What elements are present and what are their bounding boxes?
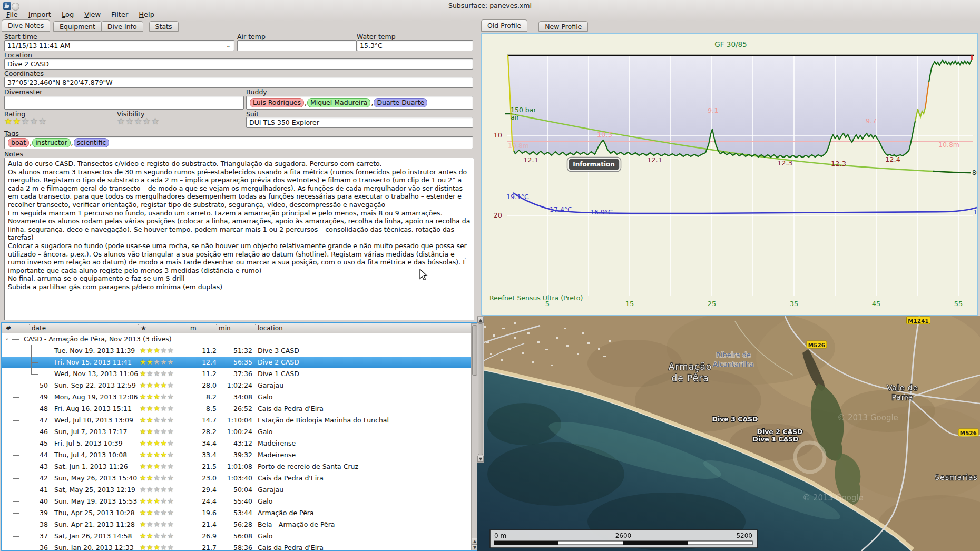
star-empty-icon: ★ (167, 416, 174, 424)
water-temp-input[interactable]: 15.3°C (357, 40, 473, 51)
dive-row[interactable]: 50Sun, Sep 22, 2013 12:59★★★★★28.01:02:2… (2, 380, 478, 391)
star-empty-icon: ★ (160, 462, 167, 470)
star-empty-icon: ★ (22, 116, 30, 126)
star-filled-icon: ★ (146, 532, 153, 540)
satellite-map[interactable]: © 2013 Google© 2013 Google Armaçãode Pêr… (477, 316, 980, 551)
star-empty-icon: ★ (167, 392, 174, 401)
dive-row[interactable]: 45Fri, Jul 5, 2013 10:39★★★★★34.443:12Ma… (2, 438, 478, 449)
dive-row[interactable]: 39Thu, Apr 25, 2013 10:28★★★★★19.653:44A… (2, 507, 478, 519)
suit-input[interactable]: DUI TLS 350 Explorer (246, 117, 473, 128)
rating-stars[interactable]: ★★★★★ (4, 116, 47, 126)
column-header-min[interactable]: min (219, 324, 231, 332)
chart-annotation: 19.1°C (506, 193, 529, 201)
star-filled-icon: ★ (140, 520, 146, 528)
start-time-combo[interactable]: 11/15/13 11:41 AM⌄ (4, 40, 234, 51)
mouse-cursor (419, 269, 429, 281)
tag-pill[interactable]: Duarte Duarte (374, 98, 427, 107)
tag-pill[interactable]: boat (8, 138, 29, 147)
scroll-down-button[interactable]: ▼ (477, 456, 484, 462)
information-tooltip[interactable]: Information (567, 158, 621, 172)
dive-row[interactable]: 36Sun, Jan 20, 2013 12:33★★★★★21.758:36C… (2, 542, 478, 551)
column-header-location[interactable]: location (258, 324, 283, 332)
dive-profile-panel[interactable]: 102051525354555GF 30/85150 barair8010.8m… (481, 33, 978, 316)
dive-site-label[interactable]: Dive 3 CASD (712, 415, 758, 423)
dive-profile-chart[interactable]: 102051525354555GF 30/85150 barair8010.8m… (482, 34, 977, 315)
air-temp-input[interactable] (237, 40, 357, 51)
dive-list[interactable]: #date★mminlocation ⌄CASD - Armação de Pê… (1, 322, 479, 551)
star-filled-icon: ★ (140, 358, 146, 366)
star-empty-icon: ★ (153, 520, 160, 528)
window-title: Subsurface: paneves.xml (0, 2, 980, 9)
dive-row[interactable]: Fri, Nov 15, 2013 11:41★★★★★12.456:35Div… (2, 357, 478, 368)
dive-row[interactable]: Tue, Nov 19, 2013 11:39★★★★★11.251:32Div… (2, 345, 478, 357)
star-empty-icon: ★ (167, 404, 174, 412)
star-filled-icon: ★ (146, 497, 153, 505)
chart-annotation: 10.8m (508, 142, 529, 150)
column-header-num[interactable]: # (6, 324, 11, 332)
divemaster-input[interactable] (4, 96, 244, 110)
column-header-date[interactable]: date (32, 324, 46, 332)
chart-annotation: Reefnet Sensus Ultra (Preto) (489, 294, 583, 302)
menu-file[interactable]: File (3, 9, 21, 19)
tag-pill[interactable]: scientific (74, 138, 110, 147)
expander-icon[interactable]: ⌄ (5, 335, 9, 341)
tab-equipment[interactable]: Equipment (53, 21, 102, 32)
notes-textarea[interactable]: Aula do curso CASD. Transectos c/video e… (4, 158, 474, 321)
dive-row[interactable]: 40Sun, May 19, 2013 15:53★★★★★24.455:40G… (2, 496, 478, 507)
coordinates-input[interactable]: 37°05'23.460"N 8°20'47.879"W (4, 77, 473, 88)
tab-new-profile[interactable]: New Profile (538, 21, 588, 32)
chart-annotation: 10.5 (597, 131, 612, 139)
buddy-input[interactable]: Luís Rodrigues, Miguel Madureira, Duarte… (246, 96, 473, 110)
dive-row[interactable]: 42Sun, May 26, 2013 15:40★★★★★23.01:03:4… (2, 473, 478, 484)
tab-dive-info[interactable]: Dive Info (101, 21, 143, 32)
visibility-stars[interactable]: ★★★★★ (117, 116, 160, 126)
tab-stats[interactable]: Stats (149, 21, 179, 32)
star-empty-icon: ★ (167, 508, 174, 517)
star-filled-icon: ★ (153, 439, 160, 447)
location-input[interactable]: Dive 2 CASD (4, 58, 473, 70)
star-filled-icon: ★ (140, 427, 146, 436)
dive-list-header[interactable]: #date★mminlocation (2, 323, 478, 333)
dive-row[interactable]: 44Thu, Jul 4, 2013 10:08★★★★★33.439:32Ma… (2, 449, 478, 461)
tab-old-profile[interactable]: Old Profile (481, 19, 527, 32)
dive-row[interactable]: Wed, Nov 13, 2013 11:06★★★★★11.237:36Div… (2, 368, 478, 380)
tab-dive-notes[interactable]: Dive Notes (2, 19, 50, 32)
star-filled-icon: ★ (146, 346, 153, 355)
scrollbar-thumb[interactable] (478, 323, 483, 455)
dive-trip-row[interactable]: ⌄CASD - Armação de Pêra, Nov 2013 (3 div… (2, 333, 478, 345)
dive-site-label[interactable]: Dive 1 CASD (753, 435, 799, 443)
star-filled-icon: ★ (140, 474, 146, 482)
scroll-up-button[interactable]: ▲ (477, 317, 484, 323)
tag-pill[interactable]: Miguel Madureira (307, 98, 370, 107)
star-filled-icon: ★ (13, 116, 21, 126)
star-empty-icon: ★ (146, 485, 153, 494)
star-filled-icon: ★ (140, 381, 146, 389)
star-empty-icon: ★ (146, 520, 153, 528)
column-header-m[interactable]: m (190, 324, 197, 332)
star-empty-icon: ★ (160, 520, 167, 528)
map-panel[interactable]: © 2013 Google© 2013 Google Armaçãode Pêr… (477, 316, 980, 551)
column-header-stars[interactable]: ★ (141, 324, 146, 332)
dive-row[interactable]: 46Sun, Jul 7, 2013 17:17★★★★★28.21:00:24… (2, 426, 478, 438)
dive-row[interactable]: 43Sat, Jun 1, 2013 11:26★★★★★21.51:01:08… (2, 461, 478, 473)
dive-row[interactable]: 49Mon, Aug 19, 2013 12:06★★★★★8.234:08Ga… (2, 391, 478, 403)
tags-input[interactable]: boat, instructor, scientific (4, 136, 473, 149)
tag-pill[interactable]: instructor (32, 138, 70, 147)
menu-log[interactable]: Log (58, 9, 77, 19)
svg-text:5200: 5200 (736, 532, 752, 539)
dive-row[interactable]: 37Sat, Jan 26, 2013 14:58★★★★★26.956:08G… (2, 530, 478, 542)
svg-text:Information: Information (573, 161, 615, 168)
tag-pill[interactable]: Luís Rodrigues (250, 98, 304, 107)
menu-view[interactable]: View (81, 9, 104, 19)
dive-row[interactable]: 38Sun, Apr 21, 2013 11:28★★★★★21.456:28B… (2, 519, 478, 530)
dive-row[interactable]: 48Fri, Aug 16, 2013 15:11★★★★★8.526:52Ca… (2, 403, 478, 415)
dive-row[interactable]: 41Sat, May 25, 2013 12:19★★★★★29.450:04G… (2, 484, 478, 496)
star-filled-icon: ★ (146, 416, 153, 424)
dive-row[interactable]: 47Wed, Jul 10, 2013 13:09★★★★★14.71:10:0… (2, 415, 478, 426)
menu-import[interactable]: Import (25, 9, 54, 19)
menu-filter[interactable]: Filter (108, 9, 131, 19)
dive-site-label[interactable]: Dive 2 CASD (757, 428, 803, 436)
menu-help[interactable]: Help (135, 9, 158, 19)
map-scrollbar[interactable]: ▲ ▼ (477, 316, 484, 463)
buddy-label: Buddy (246, 88, 267, 96)
